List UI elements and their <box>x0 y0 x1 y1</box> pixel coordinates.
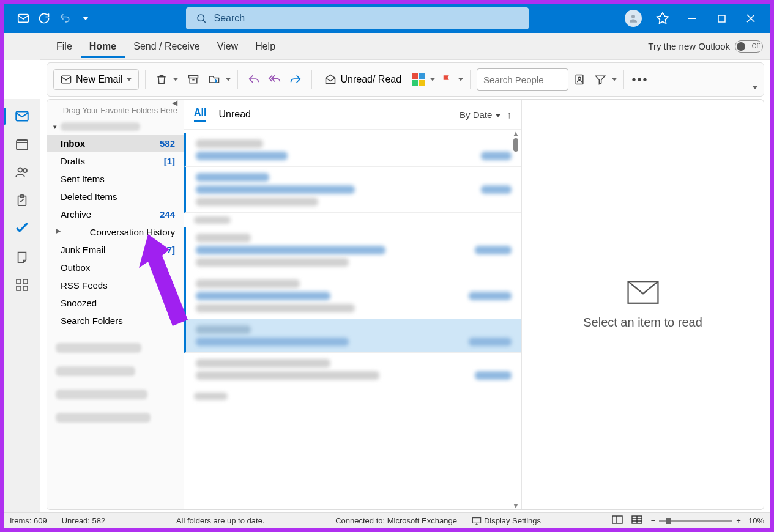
chevron-down-icon: ▾ <box>53 123 57 131</box>
folder-conversation-history[interactable]: ▶Conversation History <box>47 223 184 241</box>
message-item-selected[interactable] <box>184 319 521 353</box>
address-book-button[interactable] <box>570 70 589 89</box>
nav-todo[interactable] <box>9 216 35 241</box>
reading-pane: Select an item to read <box>522 100 764 509</box>
tab-home[interactable]: Home <box>81 35 125 58</box>
svg-rect-6 <box>189 75 198 78</box>
svg-point-2 <box>631 15 635 18</box>
scrollbar[interactable]: ▲ ▼ <box>512 130 520 509</box>
envelope-open-icon <box>324 73 337 86</box>
outlook-logo-icon <box>13 9 33 28</box>
folder-drafts[interactable]: Drafts[1] <box>47 152 184 170</box>
svg-rect-19 <box>17 279 21 284</box>
svg-rect-4 <box>718 15 725 22</box>
window-maximize[interactable] <box>707 4 736 33</box>
sort-direction[interactable]: ↑ <box>507 109 512 120</box>
status-unread-count: Unread: 582 <box>62 516 106 525</box>
qat-customize-icon[interactable] <box>76 9 95 28</box>
unread-read-button[interactable]: Unread/ Read <box>318 70 407 89</box>
tab-file[interactable]: File <box>48 35 81 58</box>
display-settings-button[interactable]: Display Settings <box>472 516 541 525</box>
collapse-folder-pane-icon[interactable]: ◀ <box>172 99 177 107</box>
zoom-out-button[interactable]: − <box>651 516 656 525</box>
svg-point-12 <box>578 77 581 79</box>
nav-calendar[interactable] <box>9 132 35 157</box>
premium-icon[interactable] <box>648 4 677 33</box>
svg-rect-21 <box>17 286 21 290</box>
envelope-icon <box>627 280 660 305</box>
try-new-toggle[interactable]: Off <box>735 40 763 53</box>
move-button[interactable] <box>204 70 224 89</box>
account-row[interactable]: ▾ <box>47 119 184 135</box>
search-people-input[interactable] <box>477 68 568 91</box>
nav-mail[interactable] <box>9 104 35 128</box>
svg-rect-22 <box>23 286 28 290</box>
reply-button[interactable] <box>244 70 264 89</box>
favorites-drop-zone[interactable]: ◀ Drag Your Favorite Folders Here <box>47 100 184 119</box>
more-commands-button[interactable]: ••• <box>630 70 650 89</box>
archive-button[interactable] <box>184 70 203 89</box>
tab-view[interactable]: View <box>209 35 247 58</box>
new-email-button[interactable]: New Email <box>53 69 139 90</box>
chevron-down-icon[interactable] <box>225 76 231 83</box>
sync-icon[interactable] <box>34 9 54 28</box>
folder-junk-email[interactable]: Junk Email[87] <box>47 241 184 259</box>
chevron-down-icon[interactable] <box>430 76 436 83</box>
message-item[interactable] <box>184 227 521 273</box>
chevron-down-icon[interactable] <box>458 76 464 83</box>
window-close[interactable] <box>736 4 765 33</box>
svg-rect-8 <box>419 73 425 79</box>
chevron-down-icon[interactable] <box>611 76 617 83</box>
mail-icon <box>60 73 72 86</box>
filter-unread[interactable]: Unread <box>218 109 250 120</box>
reply-all-button[interactable] <box>265 70 285 89</box>
message-list: All Unread By Date ↑ ▲ ▼ <box>184 100 522 509</box>
svg-point-1 <box>198 15 204 21</box>
view-reading-button[interactable] <box>631 515 642 526</box>
chevron-down-icon[interactable] <box>173 76 179 83</box>
try-new-outlook[interactable]: Try the new Outlook Off <box>648 40 763 53</box>
svg-rect-25 <box>612 516 622 523</box>
outlook-window: File Home Send / Receive View Help Try t… <box>4 4 770 528</box>
message-item[interactable] <box>184 167 521 213</box>
folder-archive[interactable]: Archive244 <box>47 205 184 223</box>
nav-more-apps[interactable] <box>9 273 35 297</box>
svg-rect-14 <box>17 140 28 150</box>
zoom-slider[interactable]: − + 10% <box>651 516 764 525</box>
delete-button[interactable] <box>152 70 171 89</box>
folder-inbox[interactable]: Inbox582 <box>47 135 184 152</box>
folder-sent-items[interactable]: Sent Items <box>47 170 184 188</box>
message-item[interactable] <box>184 273 521 319</box>
nav-people[interactable] <box>9 160 35 185</box>
folder-snoozed[interactable]: Snoozed <box>47 294 184 312</box>
tab-help[interactable]: Help <box>247 35 284 58</box>
flag-button[interactable] <box>437 70 456 89</box>
undo-icon[interactable] <box>55 9 75 28</box>
monitor-icon <box>472 517 482 525</box>
tab-send-receive[interactable]: Send / Receive <box>125 35 209 58</box>
filter-button[interactable] <box>590 70 610 89</box>
categorize-button[interactable] <box>409 70 428 89</box>
folder-outbox[interactable]: Outbox <box>47 259 184 276</box>
nav-notes[interactable] <box>9 245 35 269</box>
window-minimize[interactable] <box>677 4 707 33</box>
ribbon-expand-button[interactable] <box>751 83 759 94</box>
global-search[interactable] <box>186 7 529 29</box>
message-item[interactable] <box>184 353 521 386</box>
folder-deleted-items[interactable]: Deleted Items <box>47 188 184 205</box>
search-input[interactable] <box>214 13 519 24</box>
filter-all[interactable]: All <box>194 107 206 122</box>
folder-search-folders[interactable]: Search Folders <box>47 312 184 330</box>
folder-rss-feeds[interactable]: RSS Feeds <box>47 276 184 294</box>
account-avatar[interactable] <box>619 4 648 33</box>
forward-button[interactable] <box>286 70 305 89</box>
status-items-count: Items: 609 <box>10 516 47 525</box>
zoom-in-button[interactable]: + <box>736 516 741 525</box>
view-normal-button[interactable] <box>612 515 623 526</box>
sort-by-date[interactable]: By Date <box>460 109 501 120</box>
message-item[interactable] <box>184 133 521 167</box>
reading-pane-placeholder: Select an item to read <box>583 316 702 330</box>
nav-tasks[interactable] <box>9 188 35 213</box>
svg-point-15 <box>18 168 22 172</box>
status-connection: Connected to: Microsoft Exchange <box>335 516 457 525</box>
